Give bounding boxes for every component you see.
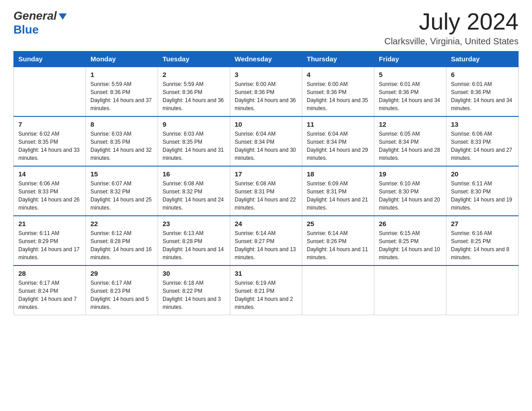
day-info: Sunrise: 6:03 AMSunset: 8:35 PMDaylight:… xyxy=(90,130,153,162)
day-number: 18 xyxy=(307,170,369,178)
calendar-cell: 19Sunrise: 6:10 AMSunset: 8:30 PMDayligh… xyxy=(374,166,446,216)
day-info: Sunrise: 6:12 AMSunset: 8:28 PMDaylight:… xyxy=(90,229,153,261)
day-number: 31 xyxy=(235,270,297,277)
calendar-cell: 3Sunrise: 6:00 AMSunset: 8:36 PMDaylight… xyxy=(230,67,302,116)
day-number: 20 xyxy=(451,170,514,178)
day-info: Sunrise: 6:01 AMSunset: 8:36 PMDaylight:… xyxy=(379,80,442,112)
calendar-cell: 7Sunrise: 6:02 AMSunset: 8:35 PMDaylight… xyxy=(14,116,86,166)
day-info: Sunrise: 5:59 AMSunset: 8:36 PMDaylight:… xyxy=(163,80,225,112)
day-number: 13 xyxy=(451,120,514,128)
calendar-cell: 10Sunrise: 6:04 AMSunset: 8:34 PMDayligh… xyxy=(230,116,302,166)
calendar-cell: 28Sunrise: 6:17 AMSunset: 8:24 PMDayligh… xyxy=(14,265,86,315)
weekday-header-thursday: Thursday xyxy=(302,51,374,67)
calendar-cell: 2Sunrise: 5:59 AMSunset: 8:36 PMDaylight… xyxy=(158,67,230,116)
weekday-header-sunday: Sunday xyxy=(14,51,86,67)
calendar-cell: 5Sunrise: 6:01 AMSunset: 8:36 PMDaylight… xyxy=(374,67,446,116)
day-info: Sunrise: 6:03 AMSunset: 8:35 PMDaylight:… xyxy=(163,130,225,162)
day-info: Sunrise: 6:18 AMSunset: 8:22 PMDaylight:… xyxy=(163,279,225,311)
calendar-cell: 6Sunrise: 6:01 AMSunset: 8:36 PMDaylight… xyxy=(446,67,519,116)
weekday-header-friday: Friday xyxy=(374,51,446,67)
day-number: 11 xyxy=(307,120,369,128)
calendar-table: SundayMondayTuesdayWednesdayThursdayFrid… xyxy=(13,51,519,315)
day-number: 22 xyxy=(90,220,153,227)
calendar-cell: 24Sunrise: 6:14 AMSunset: 8:27 PMDayligh… xyxy=(230,216,302,265)
calendar-week-4: 21Sunrise: 6:11 AMSunset: 8:29 PMDayligh… xyxy=(14,216,519,265)
day-number: 10 xyxy=(235,120,297,128)
calendar-header-row: SundayMondayTuesdayWednesdayThursdayFrid… xyxy=(14,51,519,67)
calendar-cell xyxy=(374,265,446,315)
calendar-cell: 11Sunrise: 6:04 AMSunset: 8:34 PMDayligh… xyxy=(302,116,374,166)
calendar-cell: 17Sunrise: 6:08 AMSunset: 8:31 PMDayligh… xyxy=(230,166,302,216)
day-number: 19 xyxy=(379,170,442,178)
day-info: Sunrise: 6:00 AMSunset: 8:36 PMDaylight:… xyxy=(235,80,297,112)
day-number: 3 xyxy=(235,71,297,78)
page-subtitle: Clarksville, Virginia, United States xyxy=(384,36,519,47)
page-header: General Blue July 2024 Clarksville, Virg… xyxy=(13,9,519,47)
day-info: Sunrise: 6:07 AMSunset: 8:32 PMDaylight:… xyxy=(90,180,153,212)
day-number: 21 xyxy=(18,220,81,227)
calendar-cell: 30Sunrise: 6:18 AMSunset: 8:22 PMDayligh… xyxy=(158,265,230,315)
day-info: Sunrise: 6:02 AMSunset: 8:35 PMDaylight:… xyxy=(18,130,81,162)
calendar-cell xyxy=(302,265,374,315)
calendar-week-2: 7Sunrise: 6:02 AMSunset: 8:35 PMDaylight… xyxy=(14,116,519,166)
day-info: Sunrise: 6:00 AMSunset: 8:36 PMDaylight:… xyxy=(307,80,369,112)
calendar-cell: 9Sunrise: 6:03 AMSunset: 8:35 PMDaylight… xyxy=(158,116,230,166)
calendar-week-5: 28Sunrise: 6:17 AMSunset: 8:24 PMDayligh… xyxy=(14,265,519,315)
day-info: Sunrise: 6:19 AMSunset: 8:21 PMDaylight:… xyxy=(235,279,297,311)
day-info: Sunrise: 6:09 AMSunset: 8:31 PMDaylight:… xyxy=(307,180,369,212)
day-number: 17 xyxy=(235,170,297,178)
calendar-cell: 23Sunrise: 6:13 AMSunset: 8:28 PMDayligh… xyxy=(158,216,230,265)
calendar-cell: 4Sunrise: 6:00 AMSunset: 8:36 PMDaylight… xyxy=(302,67,374,116)
day-number: 1 xyxy=(90,71,153,78)
title-block: July 2024 Clarksville, Virginia, United … xyxy=(384,9,519,47)
logo-blue-text: Blue xyxy=(13,23,39,37)
day-info: Sunrise: 6:11 AMSunset: 8:29 PMDaylight:… xyxy=(18,229,81,261)
day-number: 8 xyxy=(90,120,153,128)
day-info: Sunrise: 6:17 AMSunset: 8:23 PMDaylight:… xyxy=(90,279,153,311)
day-number: 16 xyxy=(163,170,225,178)
page-title: July 2024 xyxy=(384,9,519,34)
calendar-cell: 27Sunrise: 6:16 AMSunset: 8:25 PMDayligh… xyxy=(446,216,519,265)
calendar-cell: 18Sunrise: 6:09 AMSunset: 8:31 PMDayligh… xyxy=(302,166,374,216)
calendar-cell: 16Sunrise: 6:08 AMSunset: 8:32 PMDayligh… xyxy=(158,166,230,216)
calendar-cell: 21Sunrise: 6:11 AMSunset: 8:29 PMDayligh… xyxy=(14,216,86,265)
day-number: 30 xyxy=(163,270,225,277)
calendar-cell: 14Sunrise: 6:06 AMSunset: 8:33 PMDayligh… xyxy=(14,166,86,216)
day-info: Sunrise: 6:15 AMSunset: 8:25 PMDaylight:… xyxy=(379,229,442,261)
day-number: 28 xyxy=(18,270,81,277)
day-info: Sunrise: 6:08 AMSunset: 8:32 PMDaylight:… xyxy=(163,180,225,212)
weekday-header-tuesday: Tuesday xyxy=(158,51,230,67)
day-info: Sunrise: 6:04 AMSunset: 8:34 PMDaylight:… xyxy=(235,130,297,162)
day-number: 14 xyxy=(18,170,81,178)
day-info: Sunrise: 6:14 AMSunset: 8:26 PMDaylight:… xyxy=(307,229,369,261)
day-info: Sunrise: 6:06 AMSunset: 8:33 PMDaylight:… xyxy=(18,180,81,212)
day-info: Sunrise: 6:13 AMSunset: 8:28 PMDaylight:… xyxy=(163,229,225,261)
weekday-header-monday: Monday xyxy=(86,51,158,67)
day-number: 2 xyxy=(163,71,225,78)
day-number: 25 xyxy=(307,220,369,227)
day-number: 12 xyxy=(379,120,442,128)
logo: General Blue xyxy=(13,9,68,37)
weekday-header-wednesday: Wednesday xyxy=(230,51,302,67)
calendar-body: 1Sunrise: 5:59 AMSunset: 8:36 PMDaylight… xyxy=(14,67,519,315)
day-number: 7 xyxy=(18,120,81,128)
day-info: Sunrise: 6:16 AMSunset: 8:25 PMDaylight:… xyxy=(451,229,514,261)
day-number: 9 xyxy=(163,120,225,128)
calendar-cell: 29Sunrise: 6:17 AMSunset: 8:23 PMDayligh… xyxy=(86,265,158,315)
calendar-week-3: 14Sunrise: 6:06 AMSunset: 8:33 PMDayligh… xyxy=(14,166,519,216)
day-number: 15 xyxy=(90,170,153,178)
day-info: Sunrise: 6:08 AMSunset: 8:31 PMDaylight:… xyxy=(235,180,297,212)
day-info: Sunrise: 6:10 AMSunset: 8:30 PMDaylight:… xyxy=(379,180,442,212)
logo-general-text: General xyxy=(13,9,57,23)
calendar-cell: 1Sunrise: 5:59 AMSunset: 8:36 PMDaylight… xyxy=(86,67,158,116)
calendar-cell: 15Sunrise: 6:07 AMSunset: 8:32 PMDayligh… xyxy=(86,166,158,216)
day-number: 24 xyxy=(235,220,297,227)
calendar-cell xyxy=(446,265,519,315)
day-info: Sunrise: 6:01 AMSunset: 8:36 PMDaylight:… xyxy=(451,80,514,112)
calendar-cell: 31Sunrise: 6:19 AMSunset: 8:21 PMDayligh… xyxy=(230,265,302,315)
calendar-cell: 25Sunrise: 6:14 AMSunset: 8:26 PMDayligh… xyxy=(302,216,374,265)
day-info: Sunrise: 6:14 AMSunset: 8:27 PMDaylight:… xyxy=(235,229,297,261)
day-number: 4 xyxy=(307,71,369,78)
day-number: 5 xyxy=(379,71,442,78)
calendar-cell: 22Sunrise: 6:12 AMSunset: 8:28 PMDayligh… xyxy=(86,216,158,265)
